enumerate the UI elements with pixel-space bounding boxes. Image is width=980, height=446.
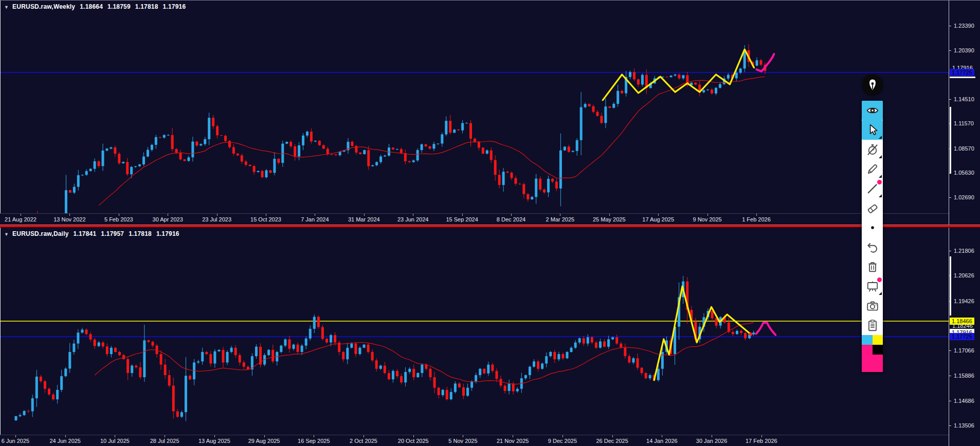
dot-tool-button[interactable] [862, 218, 883, 237]
time-axis-label: 15 Oct 2023 [250, 216, 281, 222]
color-swatch-3[interactable] [873, 345, 883, 355]
axis-range-bar [950, 256, 951, 315]
time-axis-label: 7 Jan 2024 [301, 216, 329, 222]
weekly-high-value: 1.18759 [107, 3, 131, 10]
time-axis-label: 17 Aug 2025 [642, 216, 674, 222]
chart-dropdown-icon[interactable]: ▼ [4, 232, 9, 237]
timer-disabled-button[interactable] [862, 140, 883, 159]
price-axis-label: 1.05630 [954, 170, 974, 176]
time-axis-label: 30 Jan 2026 [696, 438, 728, 444]
time-axis-label: 28 Jul 2025 [150, 438, 179, 444]
eraser-tool-button[interactable] [862, 198, 883, 218]
active-panel-indicator [0, 225, 980, 227]
dot-icon [866, 221, 879, 234]
time-axis-label: 6 Jun 2025 [2, 438, 29, 444]
time-axis-label: 30 Apr 2023 [153, 216, 183, 222]
weekly-price-axis[interactable]: 1.233901.203901.145101.115701.085701.056… [949, 1, 980, 225]
clear-all-button[interactable] [862, 257, 883, 276]
flyout-corner-icon [879, 292, 882, 295]
current-color-swatch[interactable] [862, 355, 883, 372]
whiteboard-button[interactable] [862, 276, 883, 296]
daily-price-axis[interactable]: 1.218061.206261.194261.170661.158861.146… [949, 228, 980, 446]
price-axis-label: 1.15886 [954, 373, 974, 379]
hline-price-tag: 1.17725 [950, 333, 974, 340]
price-axis-label: 1.23390 [954, 23, 974, 29]
line-tool-button[interactable] [862, 179, 883, 198]
eye-icon [866, 104, 879, 117]
price-axis-label: 1.17066 [954, 347, 974, 354]
daily-close-value: 1.17916 [156, 230, 179, 237]
cursor-icon [866, 123, 879, 137]
color-swatch-1[interactable] [873, 335, 883, 345]
weekly-chart-title: ▼EURUSD.raw,Weekly1.186641.187591.178181… [4, 3, 186, 10]
time-axis-label: 13 Nov 2022 [53, 216, 85, 222]
annotation-app-button[interactable] [862, 75, 883, 95]
time-axis-label: 1 Feb 2026 [742, 216, 771, 222]
time-axis-label: 10 Jul 2025 [100, 438, 130, 444]
flyout-corner-icon [879, 194, 882, 197]
price-axis-label: 1.13506 [954, 422, 974, 429]
color-swatch-grid [862, 335, 883, 355]
weekly-close-value: 1.17916 [163, 3, 186, 10]
price-axis-label: 1.19426 [954, 298, 974, 305]
flyout-color-badge [877, 277, 882, 282]
weekly-time-axis[interactable]: 21 Aug 202213 Nov 20225 Feb 202330 Apr 2… [0, 213, 949, 226]
flyout-corner-icon [879, 175, 882, 178]
daily-candles [15, 276, 755, 421]
price-axis-label: 1.14686 [954, 398, 974, 404]
pen-nib-icon [866, 78, 879, 91]
weekly-open-value: 1.18664 [80, 3, 103, 10]
pen-tool-button[interactable] [862, 159, 883, 179]
weekly-chart-plot[interactable] [0, 1, 949, 213]
time-axis-label: 5 Feb 2023 [104, 216, 133, 222]
time-axis-label: 21 Aug 2022 [5, 216, 37, 222]
time-axis-label: 31 Mar 2024 [348, 216, 380, 222]
time-axis-label: 25 May 2025 [593, 216, 626, 222]
axis-range-bar [950, 107, 951, 174]
color-swatch-2[interactable] [862, 345, 873, 355]
trash-icon [866, 260, 879, 273]
time-axis-label: 16 Sep 2025 [298, 438, 330, 444]
time-axis-label: 17 Feb 2026 [746, 438, 777, 444]
time-axis-label: 8 Dec 2024 [497, 216, 525, 222]
color-swatch-0[interactable] [862, 335, 873, 345]
daily-chart-title: ▼EURUSD.raw,Daily1.178411.179571.178181.… [4, 230, 179, 237]
toggle-visibility-button[interactable] [862, 101, 883, 120]
time-axis-label: 26 Dec 2025 [596, 438, 628, 444]
daily-low-value: 1.17818 [129, 230, 152, 237]
easel-icon [866, 280, 879, 293]
clipboard-icon [866, 319, 879, 332]
undo-icon [866, 240, 879, 254]
price-axis-label: 1.20626 [954, 272, 974, 279]
bid-price-tag-sliver [950, 77, 975, 78]
price-axis-label: 1.21806 [954, 248, 974, 254]
select-cursor-button[interactable] [862, 120, 883, 140]
annotation-tool-panel [862, 101, 883, 372]
price-axis-label: 1.20390 [954, 47, 974, 54]
stopwatch-off-icon [866, 143, 879, 156]
time-axis-label: 20 Oct 2025 [398, 438, 429, 444]
undo-button[interactable] [862, 237, 883, 257]
price-axis-label: 1.08570 [954, 145, 974, 152]
daily-time-axis[interactable]: 6 Jun 202524 Jun 202510 Jul 202528 Jul 2… [0, 435, 949, 446]
weekly-ma-line [99, 77, 765, 206]
daily-high-value: 1.17957 [101, 230, 124, 237]
daily-open-value: 1.17841 [74, 230, 97, 237]
flyout-corner-icon [879, 136, 882, 139]
daily-projection-annotation[interactable] [756, 323, 776, 335]
time-axis-label: 21 Nov 2025 [497, 438, 529, 444]
line-icon [866, 182, 879, 195]
pencil-icon [866, 162, 879, 176]
time-axis-label: 9 Nov 2025 [693, 216, 721, 222]
time-axis-label: 14 Jan 2026 [646, 438, 678, 444]
notes-button[interactable] [862, 315, 883, 335]
flyout-color-badge [877, 180, 882, 184]
price-axis-label: 1.11570 [954, 120, 974, 127]
weekly-low-value: 1.17818 [135, 3, 158, 10]
weekly-candles [20, 44, 767, 213]
time-axis-label: 23 Jul 2023 [202, 216, 231, 222]
screenshot-button[interactable] [862, 296, 883, 315]
chart-dropdown-icon[interactable]: ▼ [4, 5, 9, 10]
daily-chart-plot[interactable] [0, 228, 949, 435]
time-axis-label: 29 Aug 2025 [248, 438, 280, 444]
